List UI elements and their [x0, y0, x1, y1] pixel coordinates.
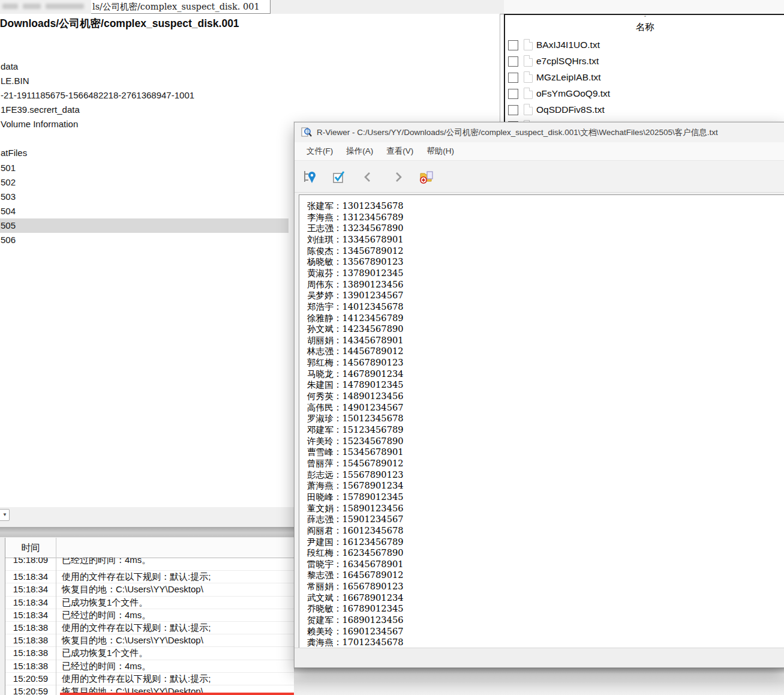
log-row: 15:18:38已成功恢复1个文件。 — [5, 646, 295, 660]
tree-item-label: 1FE39.secrert_data — [0, 104, 80, 115]
contact-phone: 15456789012 — [342, 458, 403, 468]
contact-name: 张建军 — [307, 200, 334, 211]
log-time: 15:18:34 — [5, 609, 56, 621]
log-time: 15:18:38 — [5, 621, 56, 634]
log-row: 15:18:09已经过的时间：4ms。 — [5, 558, 295, 571]
contact-line: 黄淑芬：13789012345 — [307, 268, 404, 279]
contact-name: 黎志强 — [307, 570, 334, 580]
log-row: 15:20:59使用的文件存在以下规则：默认:提示; — [5, 672, 295, 685]
sort-ascending-icon[interactable]: ˆ — [505, 16, 784, 20]
log-filter-dropdown[interactable]: ▼ — [0, 509, 10, 521]
contact-separator: ： — [334, 492, 343, 502]
contact-phone: 13012345678 — [342, 200, 403, 211]
tree-item[interactable]: 504 — [0, 204, 289, 218]
tree-item[interactable]: 506 — [0, 233, 289, 247]
file-checkbox[interactable] — [508, 89, 518, 99]
contact-name: 常丽娟 — [307, 581, 334, 591]
contact-phone: 14012345678 — [342, 301, 403, 311]
tree-item[interactable]: -21-1911185675-1566482218-2761368947-100… — [0, 88, 289, 103]
contact-phone: 14901234567 — [342, 402, 403, 412]
tree-item[interactable]: Volume Information — [0, 117, 289, 131]
file-row[interactable]: MGzLeipIAB.txt — [505, 70, 784, 86]
log-message: 使用的文件存在以下规则：默认:提示; — [62, 621, 211, 634]
contact-name: 胡丽娟 — [307, 335, 334, 345]
file-checkbox[interactable] — [508, 56, 518, 67]
contact-phone: 15789012345 — [342, 492, 403, 502]
tree-item[interactable]: LE.BIN — [0, 74, 289, 88]
menu-item[interactable]: 操作(A) — [340, 142, 380, 160]
tree-item[interactable]: 502 — [0, 175, 289, 190]
window-titlebar[interactable]: R-Viewer - C:/Users/YY/Downloads/公司机密/co… — [295, 122, 784, 142]
tree-item[interactable]: atFiles — [0, 146, 289, 160]
contact-line: 尹建国：16123456789 — [307, 537, 404, 548]
contact-separator: ： — [334, 268, 343, 278]
contact-line: 彭志远：15567890123 — [307, 469, 404, 481]
contact-phone: 14123456789 — [342, 313, 403, 323]
goto-position-icon[interactable] — [302, 170, 317, 184]
file-row[interactable]: OqSDDFiv8S.txt — [505, 102, 784, 118]
tree-item[interactable]: 1FE39.secrert_data — [0, 103, 289, 117]
menu-item[interactable]: 查看(V) — [380, 142, 420, 160]
contact-line: 高伟民：14901234567 — [307, 402, 404, 414]
file-checkbox[interactable] — [508, 73, 518, 83]
contact-phone: 15901234567 — [342, 514, 403, 524]
contact-separator: ： — [334, 369, 343, 379]
log-message: 恢复目的地：C:\Users\YY\Desktop\ — [62, 634, 203, 646]
r-viewer-app-icon — [301, 127, 312, 137]
contact-line: 常丽娟：16567890123 — [307, 581, 404, 592]
contact-separator: ： — [334, 537, 343, 547]
redacted-text-blob — [46, 4, 84, 9]
contact-separator: ： — [334, 547, 343, 558]
log-row: 15:18:38恢复目的地：C:\Users\YY\Desktop\ — [5, 634, 295, 647]
contact-name: 段红梅 — [307, 547, 334, 558]
menu-item[interactable]: 文件(F) — [300, 142, 340, 160]
file-row[interactable]: BAxIJ4I1UO.txt — [505, 37, 784, 53]
file-checkbox[interactable] — [508, 105, 518, 115]
contact-name: 曾丽萍 — [307, 458, 334, 468]
name-column-header[interactable]: 名称 — [505, 21, 784, 34]
contact-phone: 16789012345 — [342, 603, 403, 613]
contact-name: 杨晓敏 — [307, 256, 334, 266]
address-bar[interactable]: ls/公司机密/complex_suspect_disk. 001 — [91, 0, 271, 14]
contact-phone: 16456789012 — [342, 570, 403, 580]
contact-name: 马晓龙 — [307, 369, 334, 379]
contact-line: 李海燕：13123456789 — [307, 212, 404, 223]
panel-splitter[interactable] — [0, 527, 294, 537]
recover-file-icon[interactable] — [419, 170, 434, 184]
forward-icon[interactable] — [391, 170, 405, 184]
contact-name: 高伟民 — [307, 402, 334, 412]
log-message: 使用的文件存在以下规则：默认:提示; — [62, 570, 211, 583]
tree-item[interactable]: data — [0, 59, 289, 74]
tree-item[interactable]: 505 — [0, 218, 289, 233]
contact-name: 朱建国 — [307, 379, 334, 390]
contact-phone: 13567890123 — [342, 256, 403, 266]
contact-phone: 13234567890 — [342, 223, 403, 233]
contact-name: 何秀英 — [307, 391, 334, 401]
log-table: 时间 15:18:09已经过的时间：4ms。15:18:34使用的文件存在以下规… — [5, 538, 295, 695]
menu-bar: 文件(F)操作(A)查看(V)帮助(H) — [295, 142, 784, 160]
contact-separator: ： — [334, 301, 343, 311]
contact-phone: 14234567890 — [342, 323, 403, 334]
contact-line: 刘佳琪：13345678901 — [307, 234, 404, 245]
contact-name: 罗淑珍 — [307, 413, 334, 423]
back-icon[interactable] — [361, 170, 376, 184]
menu-item[interactable]: 帮助(H) — [420, 142, 461, 160]
file-name: oFsYmGOoQ9.txt — [536, 86, 610, 101]
contact-line: 胡丽娟：14345678901 — [307, 335, 404, 346]
tree-item[interactable]: 503 — [0, 190, 289, 204]
file-content-view[interactable]: 张建军：13012345678李海燕：13123456789王志强：132345… — [299, 194, 784, 648]
time-column-header[interactable]: 时间 — [5, 538, 56, 558]
contact-line: 薛志强：15901234567 — [307, 514, 404, 525]
contact-separator: ： — [334, 424, 343, 435]
file-row[interactable]: e7cplSQHrs.txt — [505, 53, 784, 70]
contact-line: 阎丽君：16012345678 — [307, 525, 404, 537]
log-message: 已经过的时间：4ms。 — [62, 609, 151, 621]
file-row[interactable]: oFsYmGOoQ9.txt — [505, 86, 784, 102]
log-time: 15:18:34 — [5, 570, 56, 583]
contact-phone: 15567890123 — [342, 469, 403, 480]
contact-separator: ： — [334, 290, 343, 300]
file-checkbox[interactable] — [508, 40, 518, 50]
file-name: e7cplSQHrs.txt — [536, 53, 599, 69]
tree-item[interactable]: 501 — [0, 161, 289, 175]
checked-box-icon[interactable] — [332, 170, 346, 184]
